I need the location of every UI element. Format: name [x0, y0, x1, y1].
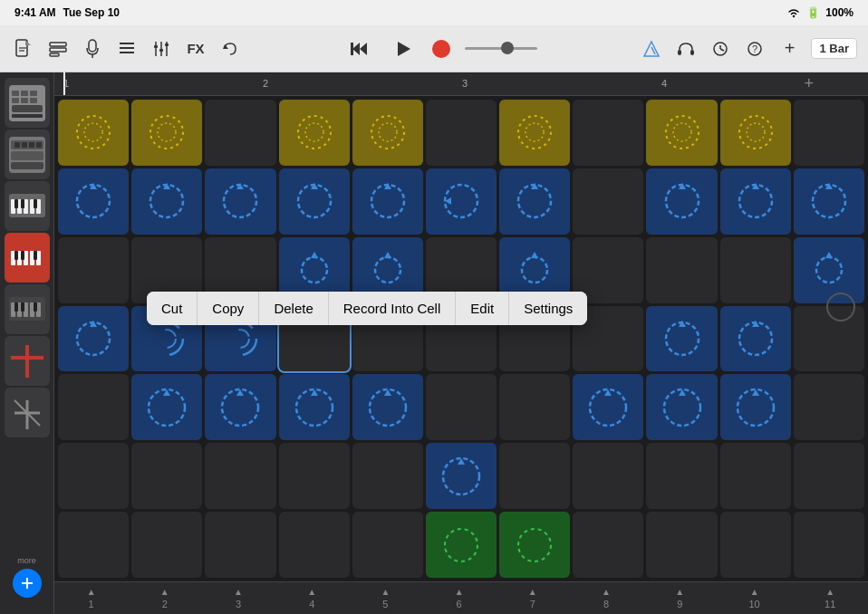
bar-display[interactable]: 1 Bar — [811, 38, 857, 59]
context-menu-item-delete[interactable]: Delete — [259, 292, 328, 325]
cell-r0-c10[interactable] — [794, 100, 864, 166]
cell-r5-c8[interactable] — [646, 443, 717, 509]
cell-r6-c2[interactable] — [205, 512, 275, 578]
cell-r1-c1[interactable] — [131, 168, 202, 235]
col-arrow-10[interactable]: ▲ — [750, 587, 759, 597]
cell-r1-c0[interactable] — [58, 168, 129, 235]
cell-r5-c4[interactable] — [352, 443, 423, 509]
cell-r3-c0[interactable] — [58, 306, 129, 372]
cell-r1-c7[interactable] — [573, 168, 643, 235]
clock-icon[interactable] — [708, 36, 733, 62]
cell-r1-c3[interactable] — [279, 168, 350, 235]
cell-r4-c1[interactable] — [131, 374, 202, 440]
col-num-item-11[interactable]: ▲11 — [825, 587, 835, 609]
cell-r5-c5[interactable] — [426, 443, 497, 509]
cell-r6-c5[interactable] — [426, 512, 497, 578]
cell-r1-c6[interactable] — [499, 168, 570, 235]
col-arrow-4[interactable]: ▲ — [307, 587, 316, 597]
cell-r0-c2[interactable] — [205, 100, 275, 166]
cell-r6-c7[interactable] — [573, 512, 643, 578]
layers-icon[interactable] — [45, 36, 71, 62]
cell-r5-c2[interactable] — [205, 443, 275, 509]
cell-r4-c9[interactable] — [720, 374, 791, 440]
add-bar-icon[interactable]: + — [776, 36, 802, 62]
sidebar-item-inst7[interactable] — [5, 388, 50, 437]
cell-r5-c6[interactable] — [499, 443, 570, 509]
cell-r6-c9[interactable] — [720, 512, 791, 578]
col-arrow-5[interactable]: ▲ — [381, 587, 390, 597]
col-num-item-7[interactable]: ▲7 — [528, 587, 537, 609]
sidebar-item-guitar[interactable] — [5, 336, 50, 386]
cell-r4-c3[interactable] — [279, 374, 350, 440]
cell-r3-c9[interactable] — [720, 306, 791, 372]
metronome-icon[interactable] — [639, 36, 664, 62]
col-arrow-11[interactable]: ▲ — [825, 587, 834, 597]
cell-r0-c6[interactable] — [499, 100, 570, 166]
col-arrow-8[interactable]: ▲ — [602, 587, 611, 597]
help-icon[interactable]: ? — [742, 36, 767, 62]
headphone-icon[interactable] — [673, 36, 699, 62]
cell-r2-c10[interactable] — [794, 237, 864, 303]
cell-r1-c2[interactable] — [205, 168, 275, 235]
cell-r4-c0[interactable] — [58, 374, 129, 440]
skip-back-button[interactable] — [345, 34, 374, 63]
cell-r4-c6[interactable] — [499, 374, 570, 440]
col-num-item-6[interactable]: ▲6 — [455, 587, 464, 609]
cell-r4-c8[interactable] — [646, 374, 717, 440]
volume-slider[interactable] — [465, 47, 537, 50]
record-button[interactable] — [432, 40, 450, 58]
col-num-item-10[interactable]: ▲10 — [748, 587, 759, 609]
cell-r6-c8[interactable] — [646, 512, 717, 578]
fx-button[interactable]: FX — [183, 36, 208, 62]
col-num-item-5[interactable]: ▲5 — [381, 587, 390, 609]
col-arrow-2[interactable]: ▲ — [160, 587, 169, 597]
document-icon[interactable] — [11, 36, 36, 62]
cell-r4-c5[interactable] — [426, 374, 497, 440]
cell-r4-c2[interactable] — [205, 374, 275, 440]
play-button[interactable] — [389, 34, 418, 63]
sidebar-item-synth[interactable] — [5, 181, 50, 231]
cell-r0-c0[interactable] — [58, 100, 129, 166]
cell-r0-c5[interactable] — [426, 100, 497, 166]
col-num-item-4[interactable]: ▲4 — [307, 587, 316, 609]
cell-r6-c6[interactable] — [499, 512, 570, 578]
cell-r2-c9[interactable] — [720, 237, 791, 303]
cell-r2-c0[interactable] — [58, 237, 129, 303]
context-menu-item-record-into-cell[interactable]: Record Into Cell — [329, 292, 457, 325]
cell-r5-c3[interactable] — [279, 443, 350, 509]
cell-r0-c4[interactable] — [352, 100, 423, 166]
cell-r0-c3[interactable] — [279, 100, 350, 166]
mixer-icon[interactable] — [149, 36, 174, 62]
col-arrow-7[interactable]: ▲ — [528, 587, 537, 597]
cell-r0-c7[interactable] — [573, 100, 643, 166]
cell-r6-c10[interactable] — [794, 512, 864, 578]
cell-r6-c4[interactable] — [352, 512, 423, 578]
col-num-item-1[interactable]: ▲1 — [87, 587, 96, 609]
cell-r1-c10[interactable] — [794, 168, 864, 235]
cell-r5-c7[interactable] — [573, 443, 643, 509]
cell-r4-c4[interactable] — [352, 374, 423, 440]
col-arrow-1[interactable]: ▲ — [87, 587, 96, 597]
col-num-item-8[interactable]: ▲8 — [602, 587, 611, 609]
add-instrument-button[interactable] — [13, 569, 42, 598]
context-menu-item-edit[interactable]: Edit — [456, 292, 509, 325]
cell-r6-c1[interactable] — [131, 512, 202, 578]
cell-r2-c8[interactable] — [646, 237, 717, 303]
cell-r0-c8[interactable] — [646, 100, 717, 166]
sidebar-item-piano-red[interactable] — [5, 233, 50, 283]
cell-r3-c8[interactable] — [646, 306, 717, 372]
col-num-item-9[interactable]: ▲9 — [675, 587, 684, 609]
col-arrow-3[interactable]: ▲ — [234, 587, 243, 597]
col-arrow-9[interactable]: ▲ — [675, 587, 684, 597]
cell-r1-c8[interactable] — [646, 168, 717, 235]
sidebar-item-piano-dark[interactable] — [5, 284, 50, 334]
volume-handle[interactable] — [501, 42, 514, 54]
cell-r5-c1[interactable] — [131, 443, 202, 509]
sidebar-item-drum1[interactable] — [5, 78, 50, 128]
context-menu-item-settings[interactable]: Settings — [509, 292, 587, 325]
microphone-icon[interactable] — [80, 36, 105, 62]
context-menu-item-copy[interactable]: Copy — [198, 292, 259, 325]
cell-r5-c9[interactable] — [720, 443, 791, 509]
cell-r5-c0[interactable] — [58, 443, 129, 509]
undo-icon[interactable] — [217, 36, 243, 62]
